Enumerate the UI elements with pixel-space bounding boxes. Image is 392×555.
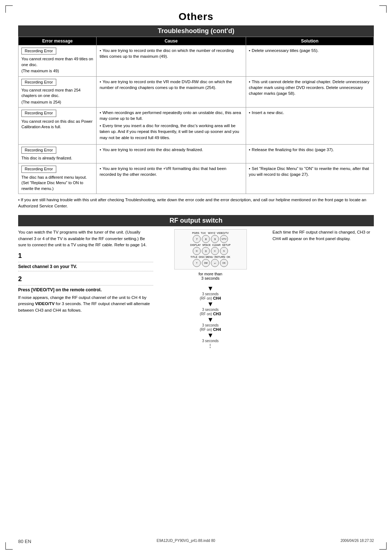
btn-return[interactable]: ↩ xyxy=(211,259,219,267)
step2-number: 2 xyxy=(18,274,153,284)
chain-val-3: CH4 xyxy=(213,327,221,332)
col-solution: Solution xyxy=(246,37,373,45)
error-box-1: Recording Error xyxy=(21,48,56,54)
step1-number: 1 xyxy=(18,251,153,261)
chain-label-2: 3 seconds xyxy=(202,308,219,312)
btn-7[interactable]: 7 xyxy=(193,235,201,243)
solution-cell-1: Delete unnecessary titles (page 55). xyxy=(246,45,373,77)
arrow1: ▼ xyxy=(207,285,214,292)
solution-cell-3: Insert a new disc. xyxy=(246,108,373,144)
troubleshooting-header: Troubleshooting (cont'd) xyxy=(18,25,374,37)
rf-content: You can watch the TV programs with the t… xyxy=(18,229,374,349)
cause-cell-2: You are trying to record onto the VR mod… xyxy=(97,76,246,108)
table-row-2: Recording ErrorYou cannot record more th… xyxy=(19,76,374,108)
btn-disc-menu[interactable]: DM xyxy=(202,259,210,267)
rf-arrow-chain: ▼ 3 seconds (RF on) CH4 ▼ 3 seconds (RF … xyxy=(200,285,221,349)
solution-cell-5: Set "Replace Disc Menu" to "ON" to rewri… xyxy=(246,163,373,194)
btn-clear[interactable]: C xyxy=(211,247,219,255)
rf-header: RF output switch xyxy=(18,215,374,226)
col-cause: Cause xyxy=(97,37,246,45)
error-message-cell-4: Recording ErrorThis disc is already fina… xyxy=(19,144,97,163)
troubleshooting-table: Error message Cause Solution Recording E… xyxy=(18,37,374,194)
arrow4: ▼ xyxy=(207,332,214,339)
for-more-text: for more than 3 seconds xyxy=(199,272,222,280)
table-row-5: Recording ErrorThe disc has a different … xyxy=(19,163,374,194)
rf-right-text: Each time the RF output channel is chang… xyxy=(268,229,374,242)
rf-section: RF output switch You can watch the TV pr… xyxy=(18,215,374,349)
chain-val-2: CH3 xyxy=(213,312,221,316)
error-box-5: Recording Error xyxy=(21,166,56,173)
btn-ok[interactable]: OK xyxy=(220,259,228,267)
solution-cell-4: Release the finalizing for this disc (pa… xyxy=(246,144,373,163)
troubleshooting-note: If you are still having trouble with thi… xyxy=(18,197,374,210)
chain-rf-2: (RF on) xyxy=(200,312,213,316)
arrow3: ▼ xyxy=(207,316,214,323)
page-number: 80 EN xyxy=(18,539,31,544)
btn-8[interactable]: 8 xyxy=(202,235,210,243)
cause-cell-5: You are trying to record onto the +VR fo… xyxy=(97,163,246,194)
cause-cell-4: You are trying to record onto the disc a… xyxy=(97,144,246,163)
page-footer: 80 EN E9A12UD_PY90VG_p41-88.indd 80 2006… xyxy=(18,539,374,544)
ellipsis: ⋮ xyxy=(208,343,213,349)
rf-left: You can watch the TV programs with the t… xyxy=(18,229,153,349)
rf-middle: PGRSTUVWXYZVIDEO/TV 7 8 9 V/TV DISPLAYSP… xyxy=(160,229,260,349)
chain-label-1: 3 seconds xyxy=(202,292,219,296)
error-box-2: Recording Error xyxy=(21,79,56,86)
arrow2: ▼ xyxy=(207,301,214,307)
error-box-4: Recording Error xyxy=(21,147,56,154)
cause-cell-3: When recordings are performed repeatedly… xyxy=(97,108,246,144)
rf-intro: You can watch the TV programs with the t… xyxy=(18,229,153,248)
rf-right: Each time the RF output channel is chang… xyxy=(268,229,374,349)
btn-title[interactable]: T xyxy=(193,259,201,267)
chain-label-3: 3 seconds xyxy=(202,323,219,327)
error-message-cell-3: Recording ErrorYou cannot record on this… xyxy=(19,108,97,144)
remote-diagram: PGRSTUVWXYZVIDEO/TV 7 8 9 V/TV DISPLAYSP… xyxy=(174,229,247,270)
solution-cell-2: This unit cannot delete the original cha… xyxy=(246,76,373,108)
error-message-cell-5: Recording ErrorThe disc has a different … xyxy=(19,163,97,194)
date-info: 2006/04/26 18:27:32 xyxy=(340,539,374,544)
step2-title: Press [VIDEO/TV] on the remote control. xyxy=(18,287,153,293)
btn-9[interactable]: 9 xyxy=(211,235,219,243)
btn-0[interactable]: 0 xyxy=(202,247,210,255)
step1-title: Select channel 3 on your TV. xyxy=(18,263,153,270)
table-row-4: Recording ErrorThis disc is already fina… xyxy=(19,144,374,163)
chain-rf-1: (RF on) xyxy=(200,296,213,300)
main-title: Others xyxy=(18,11,374,23)
chain-label-4: 3 seconds xyxy=(202,339,219,343)
file-info: E9A12UD_PY90VG_p41-88.indd 80 xyxy=(157,539,215,544)
table-row-3: Recording ErrorYou cannot record on this… xyxy=(19,108,374,144)
step2-desc: If noise appears, change the RF output c… xyxy=(18,295,153,313)
col-error-message: Error message xyxy=(19,37,97,45)
error-message-cell-1: Recording ErrorYou cannot record more th… xyxy=(19,45,97,77)
btn-videotv[interactable]: V/TV xyxy=(220,235,228,243)
error-box-3: Recording Error xyxy=(21,110,56,117)
error-message-cell-2: Recording ErrorYou cannot record more th… xyxy=(19,76,97,108)
cause-cell-1: You are trying to record onto the disc o… xyxy=(97,45,246,77)
btn-setup[interactable]: S xyxy=(220,247,228,255)
chain-val-1: CH4 xyxy=(213,296,221,300)
chain-rf-3: (RF on) xyxy=(200,328,213,332)
btn-display[interactable]: D xyxy=(193,247,201,255)
table-row-1: Recording ErrorYou cannot record more th… xyxy=(19,45,374,77)
